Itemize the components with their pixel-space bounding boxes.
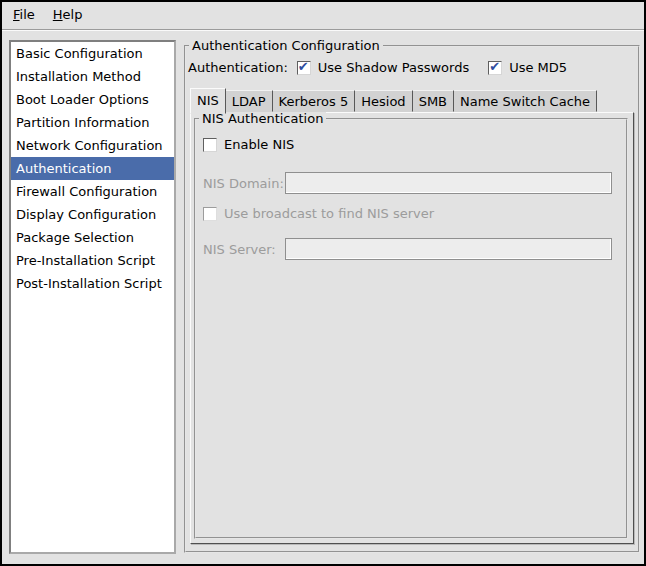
nis-authentication-frame: NIS Authentication Enable NIS NIS Domain… [194, 118, 628, 539]
sidebar-item-boot-loader-options[interactable]: Boot Loader Options [11, 88, 174, 111]
sidebar-item-package-selection[interactable]: Package Selection [11, 226, 174, 249]
menu-file[interactable]: File [4, 2, 44, 29]
enable-nis-checkbox[interactable] [203, 138, 217, 152]
enable-nis-row: Enable NIS [203, 137, 614, 152]
sidebar-item-pre-installation-script[interactable]: Pre-Installation Script [11, 249, 174, 272]
tab-ldap[interactable]: LDAP [226, 90, 273, 112]
sidebar-item-network-configuration[interactable]: Network Configuration [11, 134, 174, 157]
authentication-options-row: Authentication: ✔ Use Shadow Passwords ✔… [188, 60, 567, 75]
use-shadow-passwords-label: Use Shadow Passwords [318, 60, 469, 75]
enable-nis-label: Enable NIS [224, 137, 294, 152]
nis-server-input[interactable] [285, 238, 612, 260]
menu-help[interactable]: Help [44, 2, 92, 29]
sidebar-item-basic-configuration[interactable]: Basic Configuration [11, 42, 174, 65]
tab-kerberos-5[interactable]: Kerberos 5 [273, 90, 356, 112]
nis-server-row: NIS Server: [203, 238, 614, 260]
sidebar-item-authentication[interactable]: Authentication [11, 157, 174, 180]
menu-file-rest: ile [20, 7, 35, 22]
use-broadcast-label: Use broadcast to find NIS server [224, 206, 434, 221]
sidebar-item-post-installation-script[interactable]: Post-Installation Script [11, 272, 174, 295]
nis-domain-row: NIS Domain: [203, 172, 614, 194]
nis-domain-input[interactable] [285, 172, 612, 194]
tab-name-switch-cache[interactable]: Name Switch Cache [454, 90, 597, 112]
nis-domain-label: NIS Domain: [203, 176, 285, 191]
use-shadow-passwords-checkbox[interactable]: ✔ [297, 61, 311, 75]
nis-tab-page: NIS Authentication Enable NIS NIS Domain… [190, 112, 634, 544]
broadcast-row: Use broadcast to find NIS server [203, 206, 614, 221]
menu-help-rest: elp [63, 7, 83, 22]
sidebar-item-firewall-configuration[interactable]: Firewall Configuration [11, 180, 174, 203]
menu-bar: File Help [2, 2, 644, 30]
menu-help-mnemonic: H [53, 7, 63, 22]
tab-smb[interactable]: SMB [413, 90, 454, 112]
check-icon: ✔ [489, 60, 500, 74]
sidebar-item-display-configuration[interactable]: Display Configuration [11, 203, 174, 226]
authentication-configuration-frame-title: Authentication Configuration [189, 38, 383, 53]
use-md5-checkbox[interactable]: ✔ [488, 61, 502, 75]
authentication-label: Authentication: [188, 60, 288, 75]
sidebar-item-partition-information[interactable]: Partition Information [11, 111, 174, 134]
use-md5-group: ✔ Use MD5 [488, 60, 567, 75]
use-shadow-passwords-group: ✔ Use Shadow Passwords [297, 60, 469, 75]
tab-hesiod[interactable]: Hesiod [355, 90, 412, 112]
section-list: Basic Configuration Installation Method … [9, 40, 176, 554]
use-broadcast-checkbox[interactable] [203, 207, 217, 221]
nis-server-label: NIS Server: [203, 242, 285, 257]
tab-nis[interactable]: NIS [190, 88, 226, 114]
auth-tab-bar: NIS LDAP Kerberos 5 Hesiod SMB Name Swit… [190, 88, 597, 114]
check-icon: ✔ [298, 60, 309, 74]
kickstart-configurator-window: File Help Basic Configuration Installati… [0, 0, 646, 566]
authentication-configuration-frame: Authentication Configuration Authenticat… [184, 45, 640, 553]
use-md5-label: Use MD5 [509, 60, 567, 75]
sidebar-item-installation-method[interactable]: Installation Method [11, 65, 174, 88]
